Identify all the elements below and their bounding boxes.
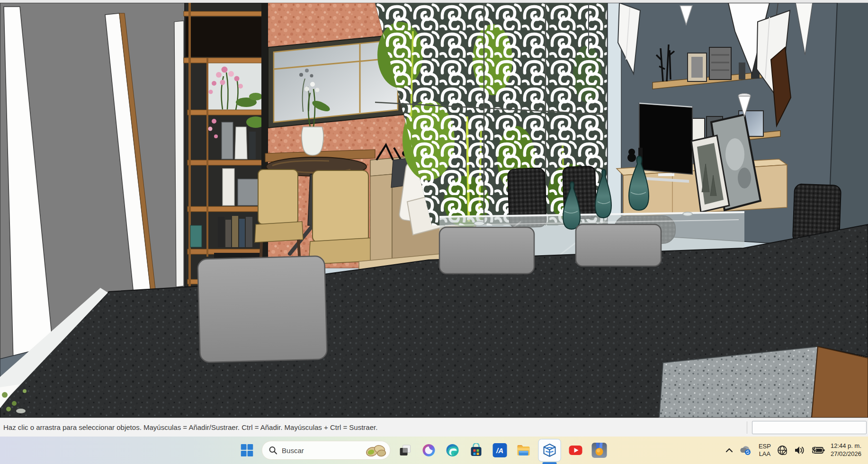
search-input[interactable]: Buscar	[261, 441, 390, 460]
youtube-button[interactable]	[566, 441, 584, 459]
sketchup-icon	[542, 443, 556, 457]
sketchup-app-button[interactable]	[538, 439, 561, 462]
start-button[interactable]	[238, 441, 256, 459]
svg-text:/A: /A	[496, 446, 503, 455]
search-placeholder: Buscar	[282, 446, 360, 455]
microsoft-store-button[interactable]	[467, 441, 485, 459]
file-explorer-button[interactable]	[514, 441, 532, 459]
windows-start-icon	[241, 444, 253, 456]
search-icon	[268, 446, 277, 455]
onedrive-sync-icon[interactable]	[739, 445, 753, 455]
language-indicator[interactable]: ESP LAA	[759, 443, 771, 458]
medal-app-button[interactable]	[590, 441, 608, 459]
file-explorer-icon	[516, 443, 531, 458]
shelving-unit	[184, 3, 268, 287]
clock[interactable]: 12:44 p. m. 27/02/2026	[831, 442, 861, 458]
sketchup-viewport[interactable]	[0, 0, 868, 418]
taskbar-center: Buscar	[238, 437, 608, 464]
a-slash-app-button[interactable]: /A	[491, 441, 509, 459]
scene-canvas[interactable]	[0, 3, 868, 418]
status-message: Haz clic o arrastra para seleccionar obj…	[0, 423, 745, 431]
measurements-box[interactable]	[752, 421, 867, 434]
microsoft-store-icon	[469, 443, 483, 457]
status-bar: Haz clic o arrastra para seleccionar obj…	[0, 418, 868, 437]
copilot-button[interactable]	[420, 441, 438, 459]
hidden-icons-chevron[interactable]	[725, 447, 733, 453]
a-slash-app-icon: /A	[492, 443, 507, 458]
task-view-button[interactable]	[396, 441, 414, 459]
medal-icon	[591, 442, 607, 458]
desktop: Haz clic o arrastra para seleccionar obj…	[0, 0, 868, 464]
pistachios-image	[365, 443, 386, 457]
battery-charging-icon[interactable]	[811, 446, 825, 455]
edge-button[interactable]	[443, 441, 461, 459]
copilot-icon	[421, 443, 436, 457]
language-line2: LAA	[759, 450, 771, 458]
task-view-icon	[398, 444, 412, 457]
tray-time: 12:44 p. m.	[831, 442, 861, 450]
system-tray: ESP LAA 12:44 p. m. 2	[725, 437, 868, 464]
status-separator	[747, 421, 747, 434]
tray-date: 27/02/2026	[831, 450, 861, 458]
language-line1: ESP	[759, 443, 771, 450]
network-offline-icon[interactable]	[777, 445, 788, 456]
taskbar: Buscar	[0, 437, 868, 464]
volume-icon[interactable]	[794, 445, 805, 455]
active-app-indicator	[542, 462, 556, 464]
youtube-icon	[568, 443, 583, 458]
edge-icon	[445, 443, 459, 457]
